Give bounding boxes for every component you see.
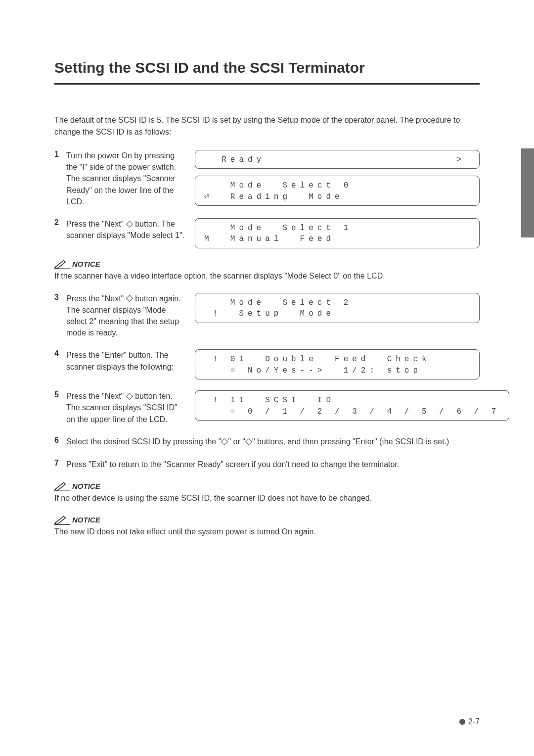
step-3: 3 Press the "Next" button again. The sca… [54,293,480,339]
step-number: 5 [54,390,66,399]
lcd-line: Mode Select 0 [204,181,352,190]
side-tab [521,148,534,237]
next-diamond-icon [126,393,133,400]
step-text: Select the desired SCSI ID by pressing t… [66,436,480,448]
lcd-group: ! 11 SCSI ID = 0 / 1 / 2 / 3 / 4 / 5 / 6… [195,390,509,421]
next-diamond-icon [126,295,133,302]
pencil-icon [54,515,71,525]
notice-text: If no other device is using the same SCS… [54,492,480,504]
lcd-line: Mode Select 1 [204,224,352,233]
step-number: 2 [54,218,66,227]
next-diamond-icon [126,221,133,228]
lcd-group: Mode Select 1 M Manual Feed [195,218,480,248]
step-7: 7 Press "Exit" to return to the "Scanner… [54,459,480,471]
lcd-group: Mode Select 2 ! Setup Mode [195,293,480,323]
lcd-mode-select-0: Mode Select 0 ⏎ Reading Mode [195,176,480,206]
lcd-double-feed: ! 01 Double Feed Check = No/Yes--> 1/2: … [195,349,480,379]
step-1: 1 Turn the power On by pressing the "I" … [54,150,480,207]
step-number: 1 [54,150,66,159]
step-2: 2 Press the "Next" button. The scanner d… [54,218,480,248]
notice-head: NOTICE [54,481,480,491]
pencil-icon [54,481,71,491]
lcd-line: Mode Select 2 [204,298,352,307]
lcd-line: ⏎ Reading Mode [204,192,344,201]
step-text: Press the "Enter" button. The scanner di… [66,349,195,372]
intro-paragraph: The default of the SCSI ID is 5. The SCS… [54,114,480,138]
lcd-line: ! 11 SCSI ID [204,396,335,405]
lcd-line: M Manual Feed [204,235,335,243]
lcd-mode-select-2: Mode Select 2 ! Setup Mode [195,293,480,323]
step-5: 5 Press the "Next" button ten. The scann… [54,390,480,425]
step-4: 4 Press the "Enter" button. The scanner … [54,349,480,379]
step-text: Press the "Next" button again. The scann… [66,293,195,339]
step-text: Press "Exit" to return to the "Scanner R… [66,459,480,471]
notice-label: NOTICE [72,482,100,490]
text-part: Press the "Next" [66,220,126,228]
lcd-line: ! Setup Mode [204,309,335,318]
prev-diamond-icon [221,438,228,445]
notice-2: NOTICE If no other device is using the s… [54,481,480,504]
text-part: Select the desired SCSI ID by pressing t… [66,437,221,446]
lcd-line: = 0 / 1 / 2 / 3 / 4 / 5 / 6 / 7 [204,407,500,416]
lcd-group: Ready > Mode Select 0 ⏎ Reading Mode [195,150,480,206]
notice-1: NOTICE If the scanner have a video inter… [54,259,480,282]
text-part: " or " [228,437,245,446]
text-part: Press the "Next" [66,294,126,303]
step-number: 3 [54,293,66,302]
step-text: Press the "Next" button. The scanner dis… [66,218,195,241]
lcd-mode-select-1: Mode Select 1 M Manual Feed [195,218,480,248]
footer-dot-icon [459,719,465,725]
notice-label: NOTICE [72,260,100,268]
title-rule [54,83,480,85]
notice-text: If the scanner have a video interface op… [54,270,480,282]
page-footer: 2-7 [459,717,480,726]
page-number: 2-7 [468,717,480,726]
next-diamond-icon [245,438,252,445]
step-text: Turn the power On by pressing the "I" si… [66,150,195,207]
notice-3: NOTICE The new ID does not take effect u… [54,515,480,538]
step-6: 6 Select the desired SCSI ID by pressing… [54,436,480,448]
pencil-icon [54,259,71,269]
page-content: Setting the SCSI ID and the SCSI Termina… [0,0,534,578]
lcd-ready: Ready > [195,150,480,169]
notice-label: NOTICE [72,516,100,524]
step-number: 6 [54,436,66,445]
page-title: Setting the SCSI ID and the SCSI Termina… [54,59,480,76]
text-part: " buttons, and then pressing "Enter" (th… [252,437,449,446]
notice-head: NOTICE [54,259,480,269]
step-text: Press the "Next" button ten. The scanner… [66,390,195,425]
lcd-scsi-id: ! 11 SCSI ID = 0 / 1 / 2 / 3 / 4 / 5 / 6… [195,390,509,421]
lcd-line: = No/Yes--> 1/2: stop [204,366,422,375]
step-number: 7 [54,459,66,468]
lcd-group: ! 01 Double Feed Check = No/Yes--> 1/2: … [195,349,480,379]
text-part: Press the "Next" [66,392,126,400]
notice-text: The new ID does not take effect until th… [54,526,480,538]
notice-head: NOTICE [54,515,480,525]
lcd-line: ! 01 Double Feed Check [204,355,431,364]
step-number: 4 [54,349,66,358]
